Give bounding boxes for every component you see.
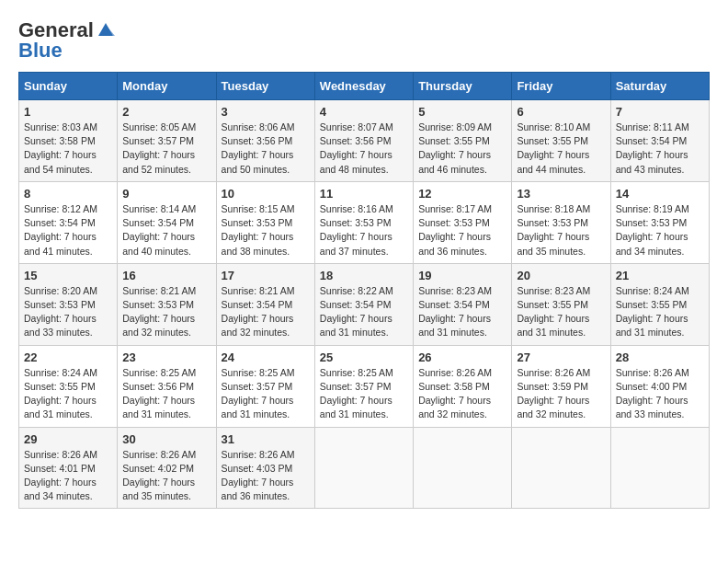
calendar-cell: 5 Sunrise: 8:09 AMSunset: 3:55 PMDayligh… — [414, 100, 512, 182]
calendar-header-row: SundayMondayTuesdayWednesdayThursdayFrid… — [19, 73, 710, 100]
day-info: Sunrise: 8:24 AMSunset: 3:55 PMDaylight:… — [24, 367, 97, 420]
calendar-cell: 9 Sunrise: 8:14 AMSunset: 3:54 PMDayligh… — [118, 181, 216, 263]
day-info: Sunrise: 8:25 AMSunset: 3:56 PMDaylight:… — [122, 367, 196, 420]
day-info: Sunrise: 8:17 AMSunset: 3:53 PMDaylight:… — [418, 203, 492, 257]
calendar-cell: 13 Sunrise: 8:18 AMSunset: 3:53 PMDaylig… — [512, 181, 610, 263]
day-number: 21 — [616, 269, 704, 282]
day-info: Sunrise: 8:26 AMSunset: 4:01 PMDaylight:… — [24, 449, 97, 502]
calendar-cell — [414, 427, 512, 509]
calendar-cell: 6 Sunrise: 8:10 AMSunset: 3:55 PMDayligh… — [512, 100, 610, 182]
day-info: Sunrise: 8:26 AMSunset: 4:02 PMDaylight:… — [122, 449, 196, 502]
day-info: Sunrise: 8:06 AMSunset: 3:56 PMDaylight:… — [222, 121, 295, 175]
calendar-cell — [314, 427, 413, 509]
day-number: 22 — [24, 350, 112, 364]
day-number: 29 — [24, 432, 112, 446]
logo-icon — [97, 21, 115, 38]
day-info: Sunrise: 8:09 AMSunset: 3:55 PMDaylight:… — [418, 121, 492, 175]
day-number: 18 — [320, 269, 408, 282]
day-info: Sunrise: 8:11 AMSunset: 3:54 PMDaylight:… — [616, 121, 689, 175]
calendar-cell: 20 Sunrise: 8:23 AMSunset: 3:55 PMDaylig… — [512, 263, 610, 345]
day-info: Sunrise: 8:19 AMSunset: 3:53 PMDaylight:… — [616, 203, 689, 257]
calendar-cell: 14 Sunrise: 8:19 AMSunset: 3:53 PMDaylig… — [610, 181, 709, 263]
day-info: Sunrise: 8:24 AMSunset: 3:55 PMDaylight:… — [616, 285, 689, 339]
day-info: Sunrise: 8:05 AMSunset: 3:57 PMDaylight:… — [122, 121, 196, 175]
day-number: 24 — [222, 350, 310, 364]
calendar-cell: 25 Sunrise: 8:25 AMSunset: 3:57 PMDaylig… — [314, 345, 413, 427]
day-number: 20 — [517, 269, 605, 282]
calendar-cell: 3 Sunrise: 8:06 AMSunset: 3:56 PMDayligh… — [216, 100, 314, 182]
day-info: Sunrise: 8:20 AMSunset: 3:53 PMDaylight:… — [24, 285, 97, 339]
calendar-cell: 31 Sunrise: 8:26 AMSunset: 4:03 PMDaylig… — [216, 427, 314, 509]
header-thursday: Thursday — [414, 73, 512, 100]
calendar-cell: 22 Sunrise: 8:24 AMSunset: 3:55 PMDaylig… — [19, 345, 118, 427]
calendar-week-1: 1 Sunrise: 8:03 AMSunset: 3:58 PMDayligh… — [19, 100, 710, 182]
calendar-cell: 11 Sunrise: 8:16 AMSunset: 3:53 PMDaylig… — [314, 181, 413, 263]
day-number: 28 — [616, 350, 704, 364]
day-info: Sunrise: 8:18 AMSunset: 3:53 PMDaylight:… — [517, 203, 590, 257]
day-info: Sunrise: 8:16 AMSunset: 3:53 PMDaylight:… — [320, 203, 393, 257]
calendar-cell: 12 Sunrise: 8:17 AMSunset: 3:53 PMDaylig… — [414, 181, 512, 263]
day-number: 2 — [122, 105, 210, 119]
calendar-cell: 26 Sunrise: 8:26 AMSunset: 3:58 PMDaylig… — [414, 345, 512, 427]
calendar-cell — [512, 427, 610, 509]
day-info: Sunrise: 8:23 AMSunset: 3:54 PMDaylight:… — [418, 285, 492, 339]
calendar-cell: 23 Sunrise: 8:25 AMSunset: 3:56 PMDaylig… — [118, 345, 216, 427]
day-number: 1 — [24, 105, 112, 119]
logo-blue: Blue — [18, 39, 63, 63]
calendar-cell: 30 Sunrise: 8:26 AMSunset: 4:02 PMDaylig… — [118, 427, 216, 509]
day-info: Sunrise: 8:26 AMSunset: 3:59 PMDaylight:… — [517, 367, 590, 420]
calendar-cell: 10 Sunrise: 8:15 AMSunset: 3:53 PMDaylig… — [216, 181, 314, 263]
day-number: 14 — [616, 187, 704, 201]
day-number: 10 — [222, 187, 310, 201]
calendar-cell: 21 Sunrise: 8:24 AMSunset: 3:55 PMDaylig… — [610, 263, 709, 345]
day-number: 27 — [517, 350, 605, 364]
header-friday: Friday — [512, 73, 610, 100]
day-number: 30 — [122, 432, 210, 446]
calendar-week-3: 15 Sunrise: 8:20 AMSunset: 3:53 PMDaylig… — [19, 263, 710, 345]
calendar-cell: 1 Sunrise: 8:03 AMSunset: 3:58 PMDayligh… — [19, 100, 118, 182]
day-info: Sunrise: 8:21 AMSunset: 3:54 PMDaylight:… — [222, 285, 295, 339]
day-info: Sunrise: 8:12 AMSunset: 3:54 PMDaylight:… — [24, 203, 97, 257]
day-info: Sunrise: 8:26 AMSunset: 3:58 PMDaylight:… — [418, 367, 492, 420]
calendar-cell: 2 Sunrise: 8:05 AMSunset: 3:57 PMDayligh… — [118, 100, 216, 182]
day-info: Sunrise: 8:03 AMSunset: 3:58 PMDaylight:… — [24, 121, 97, 175]
day-number: 7 — [616, 105, 704, 119]
calendar-cell: 16 Sunrise: 8:21 AMSunset: 3:53 PMDaylig… — [118, 263, 216, 345]
day-info: Sunrise: 8:10 AMSunset: 3:55 PMDaylight:… — [517, 121, 590, 175]
calendar-cell: 18 Sunrise: 8:22 AMSunset: 3:54 PMDaylig… — [314, 263, 413, 345]
day-number: 5 — [418, 105, 506, 119]
calendar-cell: 15 Sunrise: 8:20 AMSunset: 3:53 PMDaylig… — [19, 263, 118, 345]
day-info: Sunrise: 8:21 AMSunset: 3:53 PMDaylight:… — [122, 285, 196, 339]
day-info: Sunrise: 8:14 AMSunset: 3:54 PMDaylight:… — [122, 203, 196, 257]
calendar-week-2: 8 Sunrise: 8:12 AMSunset: 3:54 PMDayligh… — [19, 181, 710, 263]
calendar-cell: 17 Sunrise: 8:21 AMSunset: 3:54 PMDaylig… — [216, 263, 314, 345]
day-number: 23 — [122, 350, 210, 364]
day-info: Sunrise: 8:25 AMSunset: 3:57 PMDaylight:… — [320, 367, 393, 420]
day-number: 6 — [517, 105, 605, 119]
header-saturday: Saturday — [610, 73, 709, 100]
day-number: 31 — [222, 432, 310, 446]
day-number: 8 — [24, 187, 112, 201]
day-number: 12 — [418, 187, 506, 201]
calendar-cell — [610, 427, 709, 509]
day-number: 25 — [320, 350, 408, 364]
day-number: 13 — [517, 187, 605, 201]
day-info: Sunrise: 8:25 AMSunset: 3:57 PMDaylight:… — [222, 367, 295, 420]
calendar-cell: 24 Sunrise: 8:25 AMSunset: 3:57 PMDaylig… — [216, 345, 314, 427]
day-number: 19 — [418, 269, 506, 282]
day-number: 26 — [418, 350, 506, 364]
calendar-table: SundayMondayTuesdayWednesdayThursdayFrid… — [18, 72, 710, 509]
header-tuesday: Tuesday — [216, 73, 314, 100]
day-number: 16 — [122, 269, 210, 282]
logo: General Blue — [18, 18, 115, 63]
day-number: 15 — [24, 269, 112, 282]
day-number: 3 — [222, 105, 310, 119]
day-info: Sunrise: 8:15 AMSunset: 3:53 PMDaylight:… — [222, 203, 295, 257]
calendar-cell: 8 Sunrise: 8:12 AMSunset: 3:54 PMDayligh… — [19, 181, 118, 263]
header-wednesday: Wednesday — [314, 73, 413, 100]
day-number: 9 — [122, 187, 210, 201]
calendar-cell: 7 Sunrise: 8:11 AMSunset: 3:54 PMDayligh… — [610, 100, 709, 182]
day-info: Sunrise: 8:23 AMSunset: 3:55 PMDaylight:… — [517, 285, 590, 339]
day-info: Sunrise: 8:22 AMSunset: 3:54 PMDaylight:… — [320, 285, 393, 339]
calendar-cell: 4 Sunrise: 8:07 AMSunset: 3:56 PMDayligh… — [314, 100, 413, 182]
